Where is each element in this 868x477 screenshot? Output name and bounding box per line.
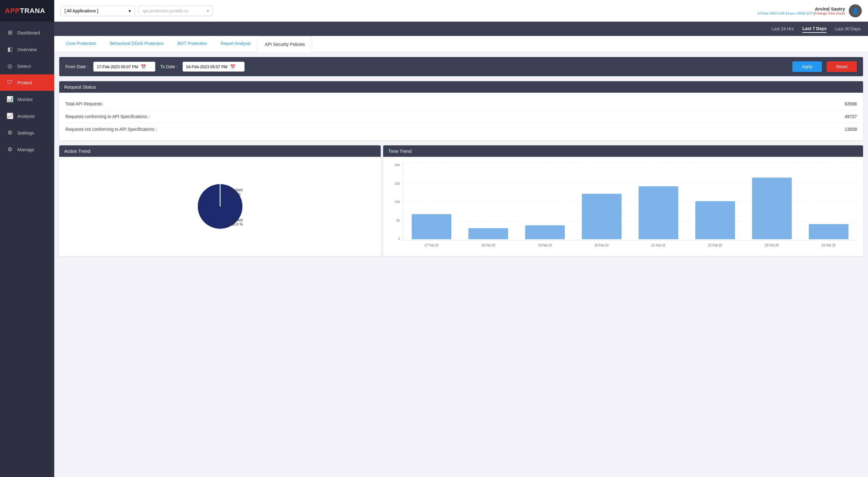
y-label-0: 0 xyxy=(398,237,400,241)
sidebar-item-label: Monitor xyxy=(18,97,33,102)
content-area: Core Protection Behavioral DDoS Protecti… xyxy=(54,36,868,477)
time-trend-body: 20k 15k 10k 5k 0 xyxy=(383,157,863,256)
reset-button[interactable]: Reset xyxy=(827,61,857,72)
to-date-value: 24-Feb-2023 05:07 PM xyxy=(186,64,227,69)
request-status-header: Request Status xyxy=(59,81,863,93)
bar-x-label: 17 Feb 23 xyxy=(424,241,438,250)
apply-button[interactable]: Apply xyxy=(793,61,822,72)
stat-value-nonconforming: 13839 xyxy=(845,127,857,132)
sidebar-item-overview[interactable]: ◧ Overview xyxy=(0,41,54,58)
sidebar: APPTRANA ⊞ Dashboard ◧ Overview ◎ Detect… xyxy=(0,0,54,477)
tab-bot-protection[interactable]: BOT Protection xyxy=(171,36,214,52)
bar-group: 21 Feb 23 xyxy=(630,163,687,250)
settings-icon: ⚙ xyxy=(6,129,13,136)
stat-row-nonconforming: Requests not conforming to API Specifica… xyxy=(65,123,857,135)
time-trend-header: Time Trend xyxy=(383,146,863,157)
logo-app: APP xyxy=(5,7,20,14)
bar-x-label: 19 Feb 23 xyxy=(538,241,552,250)
sidebar-item-label: Settings xyxy=(18,130,34,135)
main-content: [ All Applications ] ▾ api.protection.po… xyxy=(54,0,868,477)
bar xyxy=(412,214,452,239)
app-dropdown-value: [ All Applications ] xyxy=(64,8,98,13)
logo-trana: TRANA xyxy=(20,7,45,14)
bar-group: 18 Feb 23 xyxy=(460,163,517,250)
time-trend-panel: Time Trend 20k 15k 10k 5k 0 xyxy=(383,146,863,256)
chevron-down-icon: ▾ xyxy=(207,8,209,13)
y-axis: 20k 15k 10k 5k 0 xyxy=(390,163,402,241)
bar-x-label: 22 Feb 23 xyxy=(708,241,722,250)
timerange-7d[interactable]: Last 7 Days xyxy=(802,25,827,33)
to-date-input[interactable]: 24-Feb-2023 05:07 PM 📅 xyxy=(183,62,245,72)
y-label-10k: 10k xyxy=(394,200,400,203)
monitor-icon: 📊 xyxy=(6,96,13,103)
to-date-label: To Date : xyxy=(160,64,178,69)
blocked-percent: 0.0 % xyxy=(229,192,243,196)
date-filter-row: From Date : 17-Feb-2023 05:07 PM 📅 To Da… xyxy=(59,57,863,76)
pie-blocked-label: Blocked 0.0 % xyxy=(229,188,243,196)
bar xyxy=(468,228,508,239)
bar xyxy=(639,186,678,239)
bars-container: 17 Feb 2318 Feb 2319 Feb 2320 Feb 2321 F… xyxy=(403,163,857,250)
dashboard-icon: ⊞ xyxy=(6,29,13,36)
sidebar-item-analysis[interactable]: 📈 Analysis xyxy=(0,107,54,124)
from-date-input[interactable]: 17-Feb-2023 05:07 PM 📅 xyxy=(93,62,155,72)
sidebar-item-manage[interactable]: ⚙ Manage xyxy=(0,141,54,158)
y-label-15k: 15k xyxy=(394,182,400,185)
sidebar-item-detect[interactable]: ◎ Detect xyxy=(0,58,54,74)
sidebar-item-monitor[interactable]: 📊 Monitor xyxy=(0,91,54,107)
bar-x-label: 20 Feb 23 xyxy=(595,241,609,250)
sidebar-item-label: Dashboard xyxy=(18,30,40,35)
chevron-down-icon: ▾ xyxy=(129,8,131,13)
sidebar-item-label: Protect xyxy=(18,80,32,85)
user-time: 24 Feb 2023 5:08:14 pm +0530 (IST)(Chang… xyxy=(757,11,845,15)
sidebar-item-label: Manage xyxy=(18,147,34,152)
change-timezone-link[interactable]: (Change Time Zone) xyxy=(814,11,845,15)
bar-group: 17 Feb 23 xyxy=(403,163,460,250)
request-status-body: Total API Requests : 63566 Requests conf… xyxy=(59,93,863,140)
app-dropdown[interactable]: [ All Applications ] ▾ xyxy=(60,6,135,16)
stat-value-total: 63566 xyxy=(845,101,857,106)
tab-api-security[interactable]: API Security Policies xyxy=(258,37,312,52)
timerange-30d[interactable]: Last 30 Days xyxy=(835,25,861,33)
user-info: Arvind Sastry 24 Feb 2023 5:08:14 pm +05… xyxy=(757,6,845,15)
bar-group: 19 Feb 23 xyxy=(517,163,573,250)
bar xyxy=(752,178,792,239)
overview-icon: ◧ xyxy=(6,46,13,53)
allowed-label-text: Allowed xyxy=(229,218,243,222)
protect-icon: 🛡 xyxy=(6,80,13,86)
sidebar-item-label: Detect xyxy=(18,64,31,69)
domain-dropdown[interactable]: api.protection.portals.co ▾ xyxy=(138,6,213,16)
bar-group: 24 Feb 23 xyxy=(800,163,857,250)
bar-group: 23 Feb 23 xyxy=(743,163,800,250)
tab-report-analysis[interactable]: Report Analysis xyxy=(214,36,258,52)
analysis-icon: 📈 xyxy=(6,113,13,119)
calendar-icon: 📅 xyxy=(230,64,235,69)
sidebar-item-dashboard[interactable]: ⊞ Dashboard xyxy=(0,24,54,41)
bar-chart: 20k 15k 10k 5k 0 xyxy=(390,163,857,250)
tabs-bar: Core Protection Behavioral DDoS Protecti… xyxy=(54,36,868,52)
detect-icon: ◎ xyxy=(6,63,13,69)
y-label-20k: 20k xyxy=(394,163,400,167)
bar xyxy=(695,201,735,239)
logo: APPTRANA xyxy=(0,0,54,22)
stat-value-conforming: 49727 xyxy=(845,114,857,119)
stat-row-conforming: Requests conforming to API Specification… xyxy=(65,110,857,123)
tab-behavioral-ddos[interactable]: Behavioral DDoS Protection xyxy=(103,36,170,52)
action-trend-header: Action Trend xyxy=(59,146,381,157)
topbar: [ All Applications ] ▾ api.protection.po… xyxy=(54,0,868,22)
manage-icon: ⚙ xyxy=(6,146,13,153)
avatar: 👤 xyxy=(849,4,862,18)
sidebar-item-protect[interactable]: 🛡 Protect xyxy=(0,74,54,91)
action-trend-body: Blocked 0.0 % Allowed xyxy=(59,157,381,256)
request-status-panel: Request Status Total API Requests : 6356… xyxy=(59,81,863,140)
bar-group: 22 Feb 23 xyxy=(687,163,743,250)
sidebar-item-settings[interactable]: ⚙ Settings xyxy=(0,124,54,141)
action-trend-panel: Action Trend Blocked 0.0 % xyxy=(59,146,381,256)
bar-x-label: 23 Feb 23 xyxy=(765,241,779,250)
pie-allowed-label: Allowed 100.0 % xyxy=(229,218,243,227)
tab-core-protection[interactable]: Core Protection xyxy=(59,36,103,52)
blocked-label-text: Blocked xyxy=(229,188,243,192)
user-time-text: 24 Feb 2023 5:08:14 pm +0530 (IST) xyxy=(757,11,814,15)
sidebar-item-label: Overview xyxy=(18,47,37,52)
timerange-24h[interactable]: Last 24 Hrs xyxy=(772,25,794,33)
